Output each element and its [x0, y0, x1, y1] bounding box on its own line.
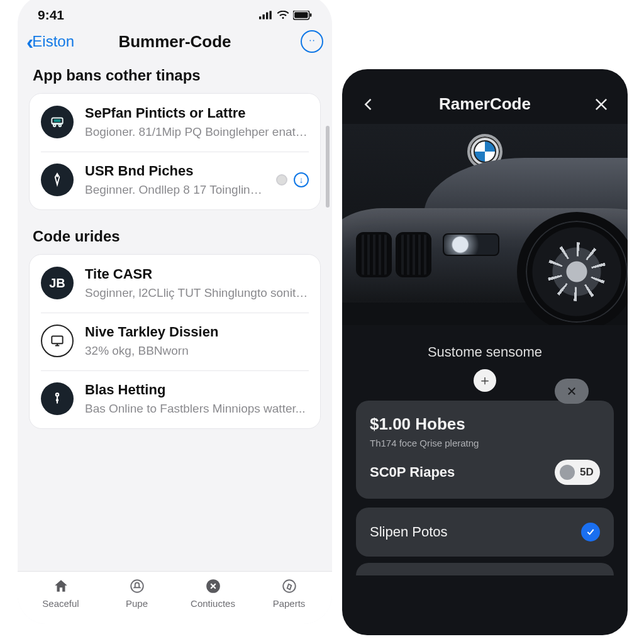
car-illustration [342, 145, 628, 325]
add-button[interactable]: ＋ [474, 369, 496, 392]
status-time: 9:41 [38, 8, 64, 23]
section: Sustome sensome ＋ $1.00 Hobes Th174 foce… [342, 325, 628, 575]
list-item-subtitle: 32% okg, BBNworn [85, 344, 309, 358]
panel-label: SC0P Riapes [370, 464, 455, 480]
svg-rect-12 [54, 119, 61, 122]
section-2-card: JB Tite CASR Soginner, l2CLliç TUT Shing… [29, 254, 321, 429]
pen-icon [41, 164, 74, 196]
svg-point-16 [131, 580, 143, 592]
scrollbar[interactable] [326, 126, 330, 208]
list-item-trailing: ↓ [276, 172, 309, 187]
panel-title: $1.00 Hobes [370, 414, 600, 434]
list-item-subtitle: Soginner, l2CLliç TUT Shinglungto soniti… [85, 286, 309, 300]
svg-point-14 [56, 393, 58, 396]
option-label: Slipen Potos [370, 524, 448, 540]
section-title: Sustome sensome [342, 325, 628, 369]
close-circle-icon [205, 578, 221, 594]
tab-paperts[interactable]: Paperts [251, 578, 327, 609]
panel-row: SC0P Riapes 5D [370, 460, 600, 485]
list-item-subtitle: Bogioner. 81/1Mip PQ Boinglehper enatch.… [85, 125, 309, 139]
status-bar: 9:41 [18, 0, 332, 26]
vehicle-icon [41, 106, 74, 138]
cellular-icon [259, 11, 273, 19]
svg-rect-0 [259, 16, 261, 19]
back-label: Eiston [32, 33, 74, 50]
list-item[interactable]: SePfan Pinticts or Lattre Bogioner. 81/1… [30, 94, 320, 152]
hero-image [342, 124, 628, 325]
list-item[interactable]: JB Tite CASR Soginner, l2CLliç TUT Shing… [30, 255, 320, 313]
list-item[interactable]: Nive Tarkley Dissien 32% okg, BBNworn [30, 313, 320, 370]
svg-rect-2 [266, 13, 268, 19]
option-row[interactable]: Slipen Potos [356, 508, 614, 557]
monitor-icon [41, 325, 74, 357]
face-icon [306, 36, 318, 47]
page-title: RamerCode [439, 94, 531, 114]
tab-contiuctes[interactable]: Contiuctes [175, 578, 251, 609]
list-item-text: SePfan Pinticts or Lattre Bogioner. 81/1… [85, 105, 309, 139]
svg-rect-3 [270, 11, 272, 19]
svg-point-8 [313, 40, 314, 42]
settings-icon [41, 382, 74, 415]
tab-label: Paperts [273, 598, 306, 609]
tab-seaceful[interactable]: Seaceful [23, 578, 99, 609]
dismiss-chip[interactable] [555, 379, 589, 404]
panel-subtitle: Th174 foce Qrise pleratng [370, 438, 600, 448]
svg-point-15 [57, 399, 58, 401]
list-item-title: Tite CASR [85, 266, 309, 282]
home-icon [53, 578, 69, 594]
phone-dark: RamerCode Sustome sensome ＋ $1.00 Hobes … [342, 69, 628, 635]
list-item-text: Tite CASR Soginner, l2CLliç TUT Shinglun… [85, 266, 309, 300]
svg-rect-6 [310, 13, 312, 16]
wifi-icon [277, 11, 289, 19]
compass-icon [281, 578, 297, 594]
close-icon[interactable] [592, 96, 610, 113]
list-item-title: USR Bnd Piches [85, 163, 265, 179]
list-item-subtitle: Bas Online to Fastblers Minniops watter.… [85, 402, 309, 416]
section-title-2: Code urides [18, 210, 332, 254]
status-icons [259, 11, 312, 20]
nav-bar: ‹ Eiston Bummer-Code [18, 26, 332, 63]
list-item-text: USR Bnd Piches Beginner. Ondllep 8 17 To… [85, 163, 265, 197]
svg-point-10 [53, 125, 55, 126]
toggle-text: 5D [580, 466, 594, 479]
tab-bar: Seaceful Pupe Contiuctes Paperts [18, 571, 332, 624]
nav-action-button[interactable] [301, 30, 323, 53]
tab-label: Pupe [126, 598, 148, 609]
bell-icon [129, 578, 145, 594]
tab-pupe[interactable]: Pupe [99, 578, 175, 609]
svg-rect-13 [52, 336, 62, 343]
back-button[interactable]: ‹ Eiston [26, 31, 74, 52]
status-dot [276, 174, 287, 186]
svg-point-7 [309, 40, 311, 42]
nav-bar: RamerCode [342, 69, 628, 124]
battery-icon [293, 11, 312, 20]
svg-point-11 [59, 125, 61, 126]
section-1-card: SePfan Pinticts or Lattre Bogioner. 81/1… [29, 93, 321, 210]
info-icon[interactable]: ↓ [294, 172, 309, 187]
toggle-5d[interactable]: 5D [555, 460, 600, 485]
section-title-1: App bans cother tinaps [18, 63, 332, 93]
svg-point-18 [283, 580, 296, 592]
avatar-initials: JB [41, 267, 74, 299]
svg-rect-1 [263, 14, 265, 19]
back-arrow-icon[interactable] [360, 96, 377, 113]
tab-label: Seaceful [42, 598, 79, 609]
svg-rect-5 [294, 12, 308, 18]
list-item[interactable]: Blas Hetting Bas Online to Fastblers Min… [30, 370, 320, 428]
list-item-title: Blas Hetting [85, 382, 309, 398]
check-icon [581, 523, 600, 541]
list-item-subtitle: Beginner. Ondllep 8 17 Toingline Contiri… [85, 183, 265, 197]
tab-label: Contiuctes [191, 598, 235, 609]
list-item-text: Blas Hetting Bas Online to Fastblers Min… [85, 382, 309, 416]
toggle-knob [560, 465, 575, 480]
phone-light: 9:41 ‹ Eiston Bummer-Code App bans cothe… [18, 0, 332, 624]
panel: $1.00 Hobes Th174 foce Qrise pleratng SC… [356, 401, 614, 499]
list-item[interactable]: USR Bnd Piches Beginner. Ondllep 8 17 To… [30, 152, 320, 209]
list-item-title: SePfan Pinticts or Lattre [85, 105, 309, 121]
list-item-title: Nive Tarkley Dissien [85, 324, 309, 340]
next-card-peek [356, 563, 614, 575]
list-item-text: Nive Tarkley Dissien 32% okg, BBNworn [85, 324, 309, 358]
